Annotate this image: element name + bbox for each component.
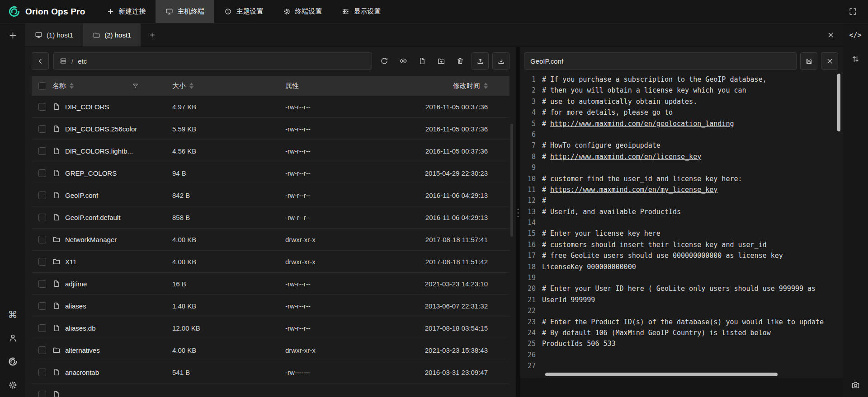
row-checkbox[interactable] <box>38 280 46 288</box>
line-content <box>536 272 542 283</box>
code-link[interactable]: http://www.maxmind.com/en/license_key <box>550 153 701 161</box>
file-size: 842 B <box>172 191 285 199</box>
file-name[interactable]: anacrontab <box>65 369 99 376</box>
new-file-button[interactable] <box>415 52 430 70</box>
column-header-mtime[interactable]: 修改时间 <box>421 76 509 96</box>
editor-horizontal-scrollbar[interactable] <box>545 373 778 376</box>
sort-carets[interactable] <box>70 83 74 89</box>
sort-order-button[interactable] <box>843 47 868 70</box>
upload-button[interactable] <box>472 52 489 70</box>
table-row[interactable] <box>32 383 509 397</box>
delete-button[interactable] <box>453 52 468 70</box>
fullscreen-button[interactable] <box>838 0 868 23</box>
file-size: 4.00 KB <box>172 258 285 266</box>
column-header-size[interactable]: 大小 <box>172 76 285 96</box>
file-name[interactable]: DIR_COLORS.lightb... <box>65 147 133 155</box>
close-view-button[interactable] <box>818 23 843 47</box>
table-row[interactable]: adjtime 16 B -rw-r--r-- 2021-03-23 14:23… <box>32 273 509 295</box>
file-name[interactable]: adjtime <box>65 280 87 288</box>
file-name[interactable]: GeoIP.conf.default <box>65 214 120 221</box>
new-tab-button[interactable] <box>141 23 163 47</box>
column-header-name[interactable]: 名称 <box>52 76 172 96</box>
users-button[interactable] <box>0 333 25 343</box>
screenshot-button[interactable] <box>843 380 868 390</box>
file-name[interactable]: DIR_COLORS <box>65 103 109 111</box>
nav-item-terminal-settings[interactable]: 终端设置 <box>273 0 332 23</box>
row-checkbox[interactable] <box>38 346 46 354</box>
file-name[interactable]: aliases <box>65 302 86 310</box>
app-mark-button[interactable] <box>0 356 25 366</box>
table-row[interactable]: NetworkManager 4.00 KB drwxr-xr-x 2017-0… <box>32 229 509 251</box>
table-row[interactable]: alternatives 4.00 KB drwxr-xr-x 2021-03-… <box>32 339 509 361</box>
file-name[interactable]: GeoIP.conf <box>65 191 98 199</box>
table-row[interactable]: GeoIP.conf 842 B -rw-r--r-- 2016-11-06 0… <box>32 184 509 206</box>
refresh-button[interactable] <box>377 52 392 70</box>
line-number: 4 <box>520 107 536 118</box>
file-name[interactable]: DIR_COLORS.256color <box>65 125 137 133</box>
table-row[interactable]: GeoIP.conf.default 858 B -rw-r--r-- 2016… <box>32 206 509 229</box>
file-name[interactable]: GREP_COLORS <box>65 169 117 177</box>
nav-item-theme-settings[interactable]: 主题设置 <box>214 0 273 23</box>
code-link[interactable]: http://www.maxmind.com/en/geolocation_la… <box>550 120 734 128</box>
row-checkbox[interactable] <box>38 191 46 199</box>
editor-close-button[interactable] <box>821 52 838 70</box>
row-checkbox[interactable] <box>38 169 46 177</box>
close-icon <box>826 57 834 65</box>
download-button[interactable] <box>492 52 509 70</box>
row-checkbox[interactable] <box>38 236 46 243</box>
sort-carets[interactable] <box>189 83 193 89</box>
line-content: # HowTo configure geoipupdate <box>536 140 660 151</box>
back-button[interactable] <box>32 52 49 70</box>
rail-add-button[interactable] <box>0 23 25 47</box>
editor-filename-field[interactable]: GeoIP.conf <box>524 52 797 70</box>
table-row[interactable]: aliases 1.48 KB -rw-r--r-- 2013-06-07 22… <box>32 295 509 317</box>
code-editor[interactable]: 1 # If you purchase a subscription to th… <box>520 70 843 397</box>
row-checkbox[interactable] <box>38 147 46 155</box>
tab-bar: (1) host1 (2) host1 <box>25 23 843 47</box>
table-row[interactable]: DIR_COLORS 4.97 KB -rw-r--r-- 2016-11-05… <box>32 96 509 118</box>
save-button[interactable] <box>800 52 817 70</box>
code-view-button[interactable]: </> <box>843 23 868 47</box>
row-checkbox[interactable] <box>38 214 46 221</box>
toggle-hidden-files-button[interactable] <box>396 52 411 70</box>
row-checkbox[interactable] <box>38 125 46 133</box>
tab-host1-terminal[interactable]: (1) host1 <box>25 23 83 47</box>
line-content: # Enter your User ID here ( GeoLite only… <box>536 283 816 294</box>
file-size: 16 B <box>172 280 285 288</box>
code-link[interactable]: https://www.maxmind.com/en/my_license_ke… <box>550 186 717 194</box>
editor-vertical-scrollbar[interactable] <box>837 74 840 131</box>
command-shortcuts-button[interactable]: ⌘ <box>0 309 25 319</box>
path-segment[interactable]: etc <box>78 57 87 65</box>
sort-carets[interactable] <box>484 83 488 89</box>
table-row[interactable]: DIR_COLORS.256color 5.59 KB -rw-r--r-- 2… <box>32 118 509 140</box>
panel-resizer[interactable] <box>516 47 520 397</box>
table-row[interactable]: GREP_COLORS 94 B -rw-r--r-- 2015-04-29 2… <box>32 162 509 184</box>
file-name[interactable]: alternatives <box>65 346 100 354</box>
path-breadcrumb[interactable]: / etc <box>53 52 372 70</box>
table-row[interactable]: anacrontab 541 B -rw------- 2016-03-31 2… <box>32 361 509 383</box>
tab-host1-files[interactable]: (2) host1 <box>83 23 141 47</box>
file-name[interactable]: aliases.db <box>65 324 96 332</box>
settings-button[interactable] <box>0 380 25 390</box>
row-checkbox[interactable] <box>38 369 46 376</box>
nav-item-new-connection[interactable]: 新建连接 <box>97 0 156 23</box>
row-checkbox[interactable] <box>38 324 46 332</box>
file-icon <box>52 368 61 376</box>
file-name[interactable]: X11 <box>65 258 77 266</box>
row-checkbox[interactable] <box>38 258 46 266</box>
row-checkbox[interactable] <box>38 391 46 397</box>
table-row[interactable]: aliases.db 12.00 KB -rw-r--r-- 2017-08-1… <box>32 317 509 339</box>
table-row[interactable]: X11 4.00 KB drwxr-xr-x 2017-08-18 11:51:… <box>32 251 509 273</box>
nav-item-host-terminal[interactable]: 主机终端 <box>156 0 214 23</box>
row-checkbox[interactable] <box>38 103 46 111</box>
nav-item-display-settings[interactable]: 显示设置 <box>332 0 391 23</box>
filter-icon[interactable] <box>132 83 139 89</box>
select-all-checkbox[interactable] <box>38 82 46 90</box>
brand[interactable]: Orion Ops Pro <box>0 0 97 23</box>
row-checkbox[interactable] <box>38 302 46 310</box>
file-name[interactable]: NetworkManager <box>65 236 117 243</box>
line-number: 15 <box>520 228 536 239</box>
new-folder-button[interactable] <box>434 52 449 70</box>
table-row[interactable]: DIR_COLORS.lightb... 4.56 KB -rw-r--r-- … <box>32 140 509 162</box>
file-list-scrollbar[interactable] <box>510 124 513 237</box>
